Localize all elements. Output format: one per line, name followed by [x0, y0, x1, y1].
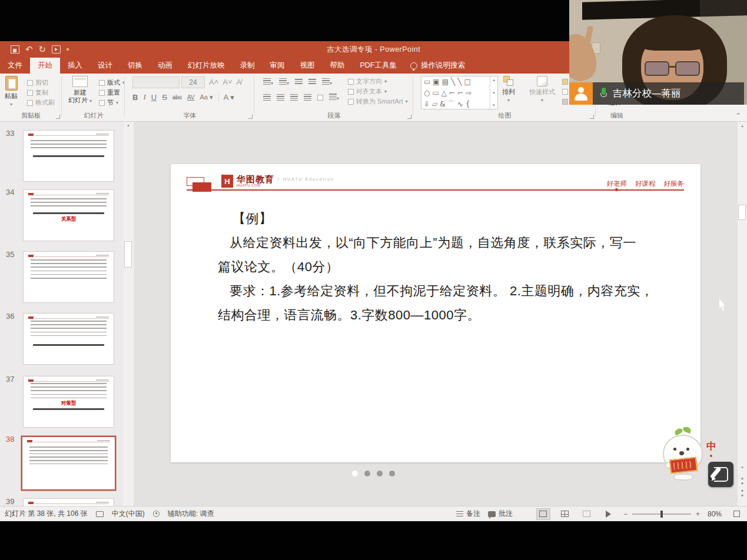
reading-view-button[interactable]: [580, 508, 594, 520]
slide-body-text[interactable]: 【例】 从给定资料出发，以“向下方能向上”为题，自选角度，联系实际，写一 篇议论…: [218, 206, 665, 327]
thumbnail-slide-37[interactable]: 对策型: [24, 376, 114, 427]
align-left-icon[interactable]: [263, 94, 271, 101]
strikethrough-button[interactable]: S: [162, 93, 167, 102]
notes-toggle[interactable]: 备注: [456, 509, 480, 519]
change-case-button[interactable]: Aa ▾: [200, 94, 213, 101]
slide-canvas[interactable]: H 华图教育 HUATU.COM HUATU Education 好老师好课程好…: [171, 164, 700, 462]
previous-slide-button[interactable]: ▲▲: [738, 476, 746, 485]
shrink-font-icon[interactable]: A˅: [223, 78, 232, 86]
section-button[interactable]: 节▾: [99, 98, 118, 107]
scroll-up-icon[interactable]: ▴: [738, 124, 747, 128]
align-center-icon[interactable]: [277, 94, 284, 101]
collapse-ribbon-icon[interactable]: ⌃: [735, 112, 741, 120]
shape-gallery-scroll[interactable]: ▴▾▾: [490, 76, 497, 109]
annotation-pen-button[interactable]: [708, 462, 733, 487]
display-settings-icon[interactable]: [96, 511, 104, 517]
bullets-icon[interactable]: ▾: [263, 78, 273, 86]
arrange-button[interactable]: 排列 ▾: [502, 76, 515, 103]
clipboard-dialog-launcher[interactable]: [56, 115, 60, 119]
glasses-right-lens: [675, 61, 700, 76]
tab-animations[interactable]: 动画: [150, 58, 180, 74]
tab-review[interactable]: 审阅: [263, 58, 293, 74]
tab-file[interactable]: 文件: [0, 58, 30, 74]
quick-styles-button[interactable]: 快速样式 ▾: [529, 76, 555, 103]
smartart-button[interactable]: 转换为 SmartArt▾: [348, 97, 407, 106]
bold-button[interactable]: B: [132, 93, 138, 102]
work-area: 33 34 关系型 35 36: [0, 122, 747, 506]
align-text-button[interactable]: 对齐文本▾: [348, 87, 387, 96]
normal-view-button[interactable]: [536, 508, 550, 520]
accessibility-status[interactable]: 辅助功能: 调查: [168, 509, 214, 519]
italic-button[interactable]: I: [143, 92, 145, 102]
tab-view[interactable]: 视图: [293, 58, 323, 74]
justify-icon[interactable]: [304, 94, 311, 101]
zoom-out-button[interactable]: −: [623, 510, 628, 518]
zoom-slider[interactable]: [632, 514, 691, 515]
columns-icon[interactable]: [317, 95, 323, 101]
page-dot[interactable]: [389, 471, 395, 476]
start-slideshow-icon[interactable]: [52, 45, 61, 54]
font-color-button[interactable]: A ▾: [218, 93, 234, 102]
paste-button[interactable]: 粘贴 ▾: [5, 76, 18, 107]
page-dot[interactable]: [364, 471, 370, 476]
clear-format-icon[interactable]: A̸: [237, 78, 242, 86]
cut-button[interactable]: 剪切: [27, 78, 48, 87]
numbering-icon[interactable]: ▾: [279, 78, 289, 86]
text-direction-button[interactable]: 文字方向▾: [348, 77, 387, 86]
tab-help[interactable]: 帮助: [323, 58, 353, 74]
tab-design[interactable]: 设计: [90, 58, 120, 74]
overlay-page-dots[interactable]: [352, 471, 395, 476]
page-dot[interactable]: [377, 471, 383, 476]
tab-slideshow[interactable]: 幻灯片放映: [180, 58, 233, 74]
grow-font-icon[interactable]: A˄: [209, 78, 218, 86]
shape-gallery[interactable]: ▭▣▤╲╲□ ○▭△⌐⌐⇨ ⇩▱&⌒∿{ ▴▾▾: [421, 76, 498, 109]
underline-button[interactable]: U: [151, 93, 157, 102]
shadow-button[interactable]: abc: [172, 94, 182, 101]
zoom-level[interactable]: 80%: [708, 510, 722, 518]
tell-me-search[interactable]: 操作说明搜索: [404, 58, 471, 74]
decrease-indent-icon[interactable]: [295, 79, 303, 85]
thumbnail-slide-36[interactable]: [24, 314, 114, 364]
main-scrollbar[interactable]: ▴ ▾ ▲▲ ▼▼: [738, 122, 747, 506]
slide-sorter-view-button[interactable]: [558, 508, 572, 520]
format-painter-button[interactable]: 格式刷: [27, 98, 55, 107]
zoom-in-button[interactable]: +: [696, 510, 700, 518]
align-right-icon[interactable]: [290, 94, 298, 101]
thumbnail-slide-38-selected[interactable]: [22, 437, 115, 489]
layout-button[interactable]: 版式▾: [99, 78, 125, 87]
tab-home[interactable]: 开始: [30, 58, 60, 74]
save-icon[interactable]: [11, 45, 19, 54]
drawing-dialog-launcher[interactable]: [590, 115, 594, 119]
tab-transitions[interactable]: 切换: [120, 58, 150, 74]
thumbnail-scrollbar[interactable]: ▴: [124, 122, 133, 506]
zoom-slider-thumb[interactable]: [660, 511, 663, 518]
tab-insert[interactable]: 插入: [60, 58, 90, 74]
fit-to-window-button[interactable]: [729, 508, 743, 520]
thumbnail-slide-34[interactable]: 关系型: [24, 190, 114, 241]
scroll-up-icon[interactable]: ▴: [124, 123, 133, 128]
font-dialog-launcher[interactable]: [248, 115, 253, 119]
reset-button[interactable]: 重置: [99, 88, 120, 97]
thumbnail-slide-35[interactable]: [24, 252, 114, 302]
increase-indent-icon[interactable]: [308, 79, 316, 85]
scroll-down-icon[interactable]: ▾: [738, 465, 746, 470]
more-paragraph-icon[interactable]: ▾: [329, 94, 339, 101]
font-size-combobox[interactable]: 24: [181, 76, 205, 88]
next-slide-button[interactable]: ▼▼: [738, 489, 746, 498]
new-slide-button[interactable]: 新建 幻灯片 ▾: [68, 76, 92, 105]
comments-toggle[interactable]: 批注: [488, 509, 513, 519]
paragraph-dialog-launcher[interactable]: [407, 115, 411, 119]
language-indicator[interactable]: 中文(中国): [112, 509, 145, 519]
char-spacing-button[interactable]: AV: [187, 94, 195, 101]
font-name-combobox[interactable]: [132, 76, 180, 88]
thumbnail-scrollbar-thumb[interactable]: [124, 241, 132, 268]
line-spacing-icon[interactable]: ▾: [322, 78, 332, 86]
tab-pdf-tools[interactable]: PDF工具集: [353, 58, 405, 74]
tab-record[interactable]: 录制: [233, 58, 263, 74]
copy-button[interactable]: 复制: [27, 88, 48, 97]
thumbnail-slide-33[interactable]: [24, 131, 114, 181]
page-dot-active[interactable]: [352, 471, 358, 476]
thumbnail-slide-39[interactable]: [24, 499, 114, 506]
slideshow-view-button[interactable]: [602, 508, 616, 520]
main-scrollbar-thumb[interactable]: [738, 205, 746, 220]
